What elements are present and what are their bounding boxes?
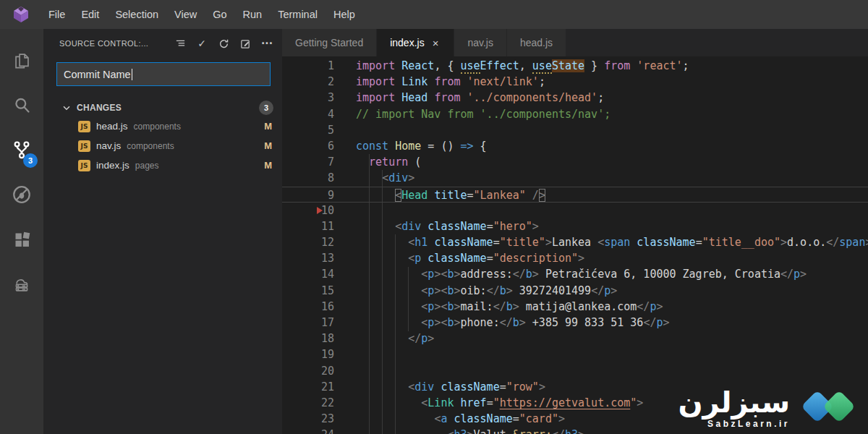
file-name: index.js bbox=[96, 160, 129, 171]
code-text: <Link href="https://getvalut.com"> bbox=[334, 395, 643, 411]
line-number: 21 bbox=[282, 379, 334, 395]
menu-help[interactable]: Help bbox=[326, 0, 363, 29]
line-number: 19 bbox=[282, 346, 334, 362]
changes-file-list: JShead.jscomponentsMJSnav.jscomponentsMJ… bbox=[43, 116, 282, 175]
code-text: import Link from 'next/link'; bbox=[334, 74, 545, 90]
editor[interactable]: 1import React, { useEffect, useState } f… bbox=[282, 56, 868, 434]
text-cursor bbox=[132, 69, 132, 80]
sidebar-title: SOURCE CONTROL:... bbox=[59, 39, 172, 48]
line-number: 12 bbox=[282, 234, 334, 250]
tab-nav-js[interactable]: nav.js bbox=[454, 29, 506, 56]
code-text: import Head from '../components/head'; bbox=[334, 90, 604, 106]
code-text: <p><b>mail:</b> matija@lankea.com</p> bbox=[334, 299, 663, 315]
files-icon bbox=[12, 51, 32, 70]
line-number: 14 bbox=[282, 266, 334, 282]
changed-file-index-js[interactable]: JSindex.jspagesM bbox=[43, 156, 282, 175]
line-number: 6 bbox=[282, 138, 334, 154]
view-as-tree-icon[interactable] bbox=[172, 35, 188, 51]
tab-head-js[interactable]: head.js bbox=[507, 29, 566, 56]
line-number: 8 bbox=[282, 170, 334, 186]
menu-bar: FileEditSelectionViewGoRunTerminalHelp bbox=[41, 0, 363, 29]
menu-selection[interactable]: Selection bbox=[107, 0, 166, 29]
changed-file-nav-js[interactable]: JSnav.jscomponentsM bbox=[43, 136, 282, 156]
sidebar-header-actions: ✓ ··· bbox=[172, 35, 275, 51]
code-line: 3import Head from '../components/head'; bbox=[282, 90, 868, 106]
code-line: 2import Link from 'next/link'; bbox=[282, 74, 868, 90]
menu-view[interactable]: View bbox=[166, 0, 205, 29]
changed-file-head-js[interactable]: JShead.jscomponentsM bbox=[43, 116, 282, 136]
tab-index-js[interactable]: index.js× bbox=[377, 29, 454, 56]
vscode-window: FileEditSelectionViewGoRunTerminalHelp bbox=[0, 0, 868, 434]
code-line: 12 <h1 className="title">Lankea <span cl… bbox=[282, 234, 868, 250]
code-line: 20 bbox=[282, 363, 868, 379]
line-number: 7 bbox=[282, 154, 334, 170]
source-control-badge: 3 bbox=[23, 153, 38, 168]
commit-check-icon[interactable]: ✓ bbox=[194, 35, 210, 51]
menu-go[interactable]: Go bbox=[205, 0, 234, 29]
code-line: 11 <div className="hero"> bbox=[282, 218, 868, 234]
edit-commit-icon[interactable] bbox=[237, 35, 253, 51]
activity-search-button[interactable] bbox=[0, 82, 43, 127]
modified-status-badge: M bbox=[264, 140, 272, 151]
commit-input-value: Commit Name bbox=[64, 69, 131, 80]
sidebar-header: SOURCE CONTROL:... ✓ bbox=[43, 29, 282, 58]
activity-explorer-button[interactable] bbox=[0, 38, 43, 82]
app-logo-icon bbox=[10, 4, 32, 25]
line-number: 5 bbox=[282, 122, 334, 138]
refresh-icon[interactable] bbox=[216, 35, 231, 51]
menu-terminal[interactable]: Terminal bbox=[270, 0, 326, 29]
line-number: 10 bbox=[282, 203, 334, 218]
commit-input[interactable]: Commit Name bbox=[56, 62, 271, 86]
activity-extensions-button[interactable] bbox=[0, 217, 43, 262]
code-line: 13 <p className="description"> bbox=[282, 250, 868, 266]
code-text: </p> bbox=[334, 331, 434, 346]
code-line: 17 <p><b>phone:</b> +385 99 833 51 36</p… bbox=[282, 315, 868, 331]
line-number: 1 bbox=[282, 58, 334, 74]
code-text: <div className="hero"> bbox=[334, 218, 539, 234]
code-line: 14 <p><b>address:</b> Petračićeva 6, 100… bbox=[282, 266, 868, 282]
code-line: 9 <Head title="Lankea" /> bbox=[282, 187, 868, 203]
code-text: <p><b>oib:</b> 39272401499</p> bbox=[334, 283, 617, 299]
code-line: 8 <div> bbox=[282, 170, 868, 186]
code-text: import React, { useEffect, useState } fr… bbox=[334, 58, 689, 74]
line-number: 22 bbox=[282, 395, 334, 411]
line-number: 3 bbox=[282, 90, 334, 106]
code-line: 5 bbox=[282, 122, 868, 138]
tab-getting-started[interactable]: Getting Started bbox=[282, 29, 376, 56]
code-text: <div className="row"> bbox=[334, 379, 545, 395]
debug-disabled-icon bbox=[11, 184, 33, 205]
line-number: 23 bbox=[282, 411, 334, 427]
watermark-subtitle: SabzLearn.ir bbox=[707, 419, 790, 429]
code-text: <p><b>phone:</b> +385 99 833 51 36</p> bbox=[334, 315, 670, 331]
code-line: 1import React, { useEffect, useState } f… bbox=[282, 58, 868, 74]
activity-debug-button[interactable] bbox=[0, 172, 43, 217]
cloud-server-icon bbox=[11, 273, 33, 295]
activity-remote-explorer-button[interactable] bbox=[0, 262, 43, 307]
file-name: nav.js bbox=[96, 140, 121, 151]
line-number: 18 bbox=[282, 331, 334, 346]
code-text: <h3>Valut &rarr;</h3> bbox=[334, 427, 584, 434]
more-actions-icon[interactable]: ··· bbox=[259, 35, 275, 51]
code-line: 10 bbox=[282, 203, 868, 218]
search-icon bbox=[12, 95, 32, 115]
line-number: 4 bbox=[282, 106, 334, 122]
file-name: head.js bbox=[96, 121, 128, 132]
line-number: 20 bbox=[282, 363, 334, 379]
close-icon[interactable]: × bbox=[430, 37, 441, 49]
code-line: 18 </p> bbox=[282, 331, 868, 346]
js-file-icon: JS bbox=[78, 121, 90, 132]
activity-source-control-button[interactable]: 3 bbox=[0, 127, 43, 172]
modified-status-badge: M bbox=[264, 121, 272, 132]
line-number: 15 bbox=[282, 283, 334, 299]
code-text: <p><b>address:</b> Petračićeva 6, 10000 … bbox=[334, 266, 807, 282]
code-line: 15 <p><b>oib:</b> 39272401499</p> bbox=[282, 283, 868, 299]
menu-file[interactable]: File bbox=[41, 0, 73, 29]
menu-run[interactable]: Run bbox=[235, 0, 271, 29]
changes-section-header[interactable]: CHANGES 3 bbox=[43, 99, 282, 116]
file-path: pages bbox=[135, 161, 264, 171]
menu-edit[interactable]: Edit bbox=[73, 0, 107, 29]
js-file-icon: JS bbox=[78, 140, 90, 152]
watermark-title: سبزلرن bbox=[678, 387, 790, 417]
code-text bbox=[334, 122, 356, 138]
code-line: 16 <p><b>mail:</b> matija@lankea.com</p> bbox=[282, 299, 868, 315]
